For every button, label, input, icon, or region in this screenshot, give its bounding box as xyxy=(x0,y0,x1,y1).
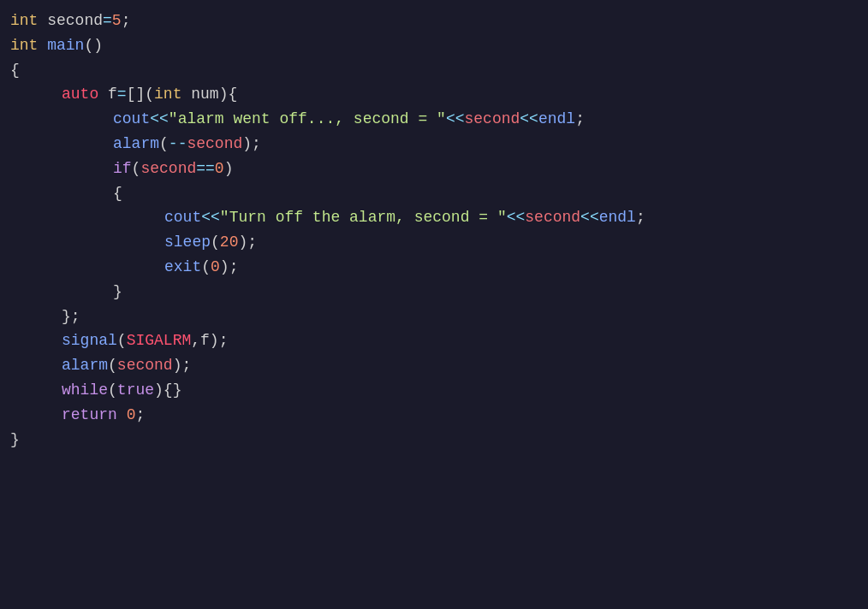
code-token: { xyxy=(10,58,20,83)
code-token: }; xyxy=(62,304,80,329)
code-token: ; xyxy=(636,205,645,230)
code-line: cout<<"alarm went off..., second = "<<se… xyxy=(10,107,858,132)
code-token: = xyxy=(103,9,112,33)
code-token: return xyxy=(62,403,117,428)
code-token: auto xyxy=(62,82,98,107)
code-token: "Turn off the alarm, second = " xyxy=(220,205,507,230)
code-token: } xyxy=(113,280,122,304)
code-token: ); xyxy=(173,353,192,378)
code-token: exit xyxy=(164,255,201,280)
code-token: true xyxy=(117,378,154,403)
code-token: second xyxy=(187,132,242,157)
code-line: alarm(--second); xyxy=(10,132,858,157)
code-token: ,f); xyxy=(191,328,228,353)
code-token: main xyxy=(47,33,84,58)
code-token: while xyxy=(62,378,108,403)
code-token: 0 xyxy=(215,157,224,181)
code-token: SIGALRM xyxy=(127,328,192,353)
code-token: << xyxy=(580,205,599,230)
code-token: endl xyxy=(538,107,575,132)
code-line: exit(0); xyxy=(10,255,858,280)
code-line: cout<<"Turn off the alarm, second = "<<s… xyxy=(10,205,858,230)
code-token: ){} xyxy=(154,378,181,403)
code-token: { xyxy=(113,181,122,206)
code-token: ); xyxy=(238,230,257,255)
code-line: signal(SIGALRM,f); xyxy=(10,328,858,353)
code-token: sleep xyxy=(164,230,211,255)
code-token: endl xyxy=(599,205,636,230)
code-token: ( xyxy=(132,157,141,181)
code-token: alarm xyxy=(113,132,159,157)
code-line: int main() xyxy=(10,33,858,58)
code-token: second xyxy=(117,353,173,378)
code-token: f xyxy=(98,82,117,107)
code-editor: int second=5;int main(){auto f=[](int nu… xyxy=(0,0,868,609)
code-token: ); xyxy=(220,255,239,280)
code-token: second xyxy=(465,107,520,132)
code-token: () xyxy=(84,33,103,58)
code-token: ; xyxy=(575,107,585,132)
code-token: << xyxy=(446,107,465,132)
code-token: cout xyxy=(113,107,150,132)
code-token: -- xyxy=(169,132,187,157)
code-token: cout xyxy=(164,205,201,230)
code-token: alarm xyxy=(62,353,108,378)
code-token: ( xyxy=(159,132,169,157)
code-token xyxy=(117,403,127,428)
code-token: ; xyxy=(122,9,131,33)
code-token: << xyxy=(150,107,169,132)
code-line: { xyxy=(10,58,858,83)
code-token: int xyxy=(154,82,181,107)
code-token: []( xyxy=(127,82,154,107)
code-token: int xyxy=(10,33,38,58)
code-line: } xyxy=(10,280,858,304)
code-token: 0 xyxy=(211,255,220,280)
code-token: ( xyxy=(117,328,127,353)
code-token: second xyxy=(140,157,196,181)
code-line: alarm(second); xyxy=(10,353,858,378)
code-token: = xyxy=(117,82,127,107)
code-token: ; xyxy=(135,403,145,428)
code-line: int second=5; xyxy=(10,9,858,33)
code-token: ( xyxy=(211,230,220,255)
code-token: << xyxy=(201,205,220,230)
code-token: ); xyxy=(242,132,261,157)
code-token: 5 xyxy=(112,9,122,33)
code-line: while(true){} xyxy=(10,378,858,403)
code-line: auto f=[](int num){ xyxy=(10,82,858,107)
code-token: ) xyxy=(224,157,234,181)
code-token: second xyxy=(38,9,103,33)
code-line: }; xyxy=(10,304,858,329)
code-token: "alarm went off..., second = " xyxy=(169,107,446,132)
code-token: ( xyxy=(108,378,117,403)
code-line: if(second==0) xyxy=(10,157,858,181)
code-token: } xyxy=(10,428,20,452)
code-token: num){ xyxy=(181,82,237,107)
code-token: << xyxy=(507,205,526,230)
code-token: signal xyxy=(62,328,117,353)
code-token: 0 xyxy=(127,403,136,428)
code-token: == xyxy=(196,157,215,181)
code-token: 20 xyxy=(220,230,239,255)
code-token: ( xyxy=(201,255,211,280)
code-line: } xyxy=(10,428,858,452)
code-token: int xyxy=(10,9,38,33)
code-token: ( xyxy=(108,353,117,378)
code-line: { xyxy=(10,181,858,206)
code-token xyxy=(38,33,47,58)
code-token: second xyxy=(525,205,580,230)
code-token: if xyxy=(113,157,132,181)
code-token: << xyxy=(520,107,538,132)
code-line: sleep(20); xyxy=(10,230,858,255)
code-line: return 0; xyxy=(10,403,858,428)
